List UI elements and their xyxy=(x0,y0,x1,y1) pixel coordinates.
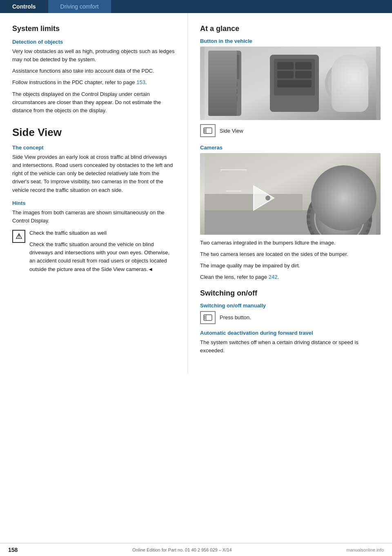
detection-p3-text: Follow instructions in the PDC chapter, … xyxy=(12,79,136,85)
warning-icon: ⚠ xyxy=(12,230,25,243)
press-button-icon xyxy=(203,314,212,322)
footer: 158 Online Edition for Part no. 01 40 2 … xyxy=(0,543,392,556)
footer-center-text: Online Edition for Part no. 01 40 2 956 … xyxy=(132,547,232,552)
footer-right-text: manualsonline.info xyxy=(346,547,384,552)
svg-point-14 xyxy=(325,61,370,106)
svg-rect-2 xyxy=(209,51,241,116)
detection-p3: Follow instructions in the PDC chapter, … xyxy=(12,78,176,87)
cameras-p3: The image quality may be impaired by dir… xyxy=(200,262,381,270)
left-column: System limits Detection of objects Very … xyxy=(0,13,188,374)
switching-section: Switching on/off Switching on/off manual… xyxy=(200,289,381,355)
press-button-icon-box xyxy=(200,311,216,324)
svg-point-15 xyxy=(328,64,367,103)
at-glance-title: At a glance xyxy=(200,24,381,33)
vehicle-svg xyxy=(200,47,381,120)
detection-p3-end: . xyxy=(145,79,147,85)
warning-box: ⚠ Check the traffic situation as well Ch… xyxy=(12,229,176,277)
cameras-p2: The two camera lenses are located on the… xyxy=(200,250,381,258)
svg-rect-3 xyxy=(211,55,239,79)
svg-point-29 xyxy=(330,209,348,227)
switching-title: Switching on/off xyxy=(200,289,381,298)
cameras-section: Cameras xyxy=(200,145,381,282)
auto-deact-p1: The system switches off when a certain d… xyxy=(200,338,381,355)
header: Controls Driving comfort xyxy=(0,0,392,13)
svg-rect-20 xyxy=(204,129,206,133)
side-view-title: Side View xyxy=(12,126,176,139)
detection-subtitle: Detection of objects xyxy=(12,39,176,45)
svg-point-28 xyxy=(328,207,351,230)
warning-line1: Check the traffic situation as well xyxy=(29,229,176,237)
tab-driving-comfort[interactable]: Driving comfort xyxy=(48,0,111,13)
cameras-subtitle: Cameras xyxy=(200,145,381,151)
main-content: System limits Detection of objects Very … xyxy=(0,13,392,374)
header-tabs: Controls Driving comfort xyxy=(0,0,392,13)
at-glance-section: At a glance Button in the vehicle xyxy=(200,24,381,137)
detection-p1: Very low obstacles as well as high, prot… xyxy=(12,47,176,64)
concept-subtitle: The concept xyxy=(12,145,176,151)
right-column: At a glance Button in the vehicle xyxy=(188,13,392,374)
system-limits-section: System limits Detection of objects Very … xyxy=(12,24,176,115)
press-button-row: Press button. xyxy=(200,311,381,324)
side-view-icon xyxy=(203,127,212,135)
press-button-label: Press button. xyxy=(220,314,251,320)
footer-page-number: 158 xyxy=(8,547,18,553)
cameras-svg xyxy=(200,153,381,235)
svg-rect-9 xyxy=(277,62,294,69)
svg-rect-12 xyxy=(295,71,312,78)
svg-rect-4 xyxy=(213,81,237,87)
auto-deact-subtitle: Automatic deactivation during forward tr… xyxy=(200,330,381,336)
switching-manually-subtitle: Switching on/off manually xyxy=(200,302,381,309)
side-view-section: Side View The concept Side View provides… xyxy=(12,126,176,277)
cameras-p4-text: Clean the lens, refer to page xyxy=(200,274,269,280)
warning-text: Check the traffic situation as well Chec… xyxy=(29,229,176,277)
cameras-p4: Clean the lens, refer to page 242. xyxy=(200,273,381,281)
cameras-image xyxy=(200,153,381,235)
tab-controls[interactable]: Controls xyxy=(0,0,48,13)
side-view-label: Side View xyxy=(220,128,243,134)
detection-p2: Assistance functions also take into acco… xyxy=(12,67,176,75)
svg-rect-35 xyxy=(204,316,206,320)
warning-body: Check the traffic situation around the v… xyxy=(29,240,176,274)
svg-rect-13 xyxy=(277,80,312,87)
cameras-p1: Two cameras integrated in the bumpers li… xyxy=(200,239,381,247)
detection-p4: The objects displayed on the Control Dis… xyxy=(12,90,176,115)
cameras-p4-end: . xyxy=(277,274,279,280)
svg-point-16 xyxy=(339,75,356,91)
hints-subtitle: Hints xyxy=(12,200,176,206)
side-view-icon-box xyxy=(200,124,216,137)
svg-rect-5 xyxy=(213,89,237,94)
cameras-page-link[interactable]: 242 xyxy=(269,274,278,280)
svg-rect-10 xyxy=(295,62,312,69)
hints-p1: The images from both cameras are shown s… xyxy=(12,209,176,225)
vehicle-buttons-image xyxy=(200,47,381,120)
svg-rect-6 xyxy=(213,96,237,102)
detection-page-link[interactable]: 153 xyxy=(136,79,145,85)
svg-point-25 xyxy=(265,196,270,200)
svg-point-17 xyxy=(344,80,351,87)
side-view-icon-row: Side View xyxy=(200,124,381,137)
svg-rect-11 xyxy=(277,71,294,78)
concept-p1: Side View provides an early look at cros… xyxy=(12,153,176,194)
button-subtitle: Button in the vehicle xyxy=(200,38,381,44)
system-limits-title: System limits xyxy=(12,24,176,33)
